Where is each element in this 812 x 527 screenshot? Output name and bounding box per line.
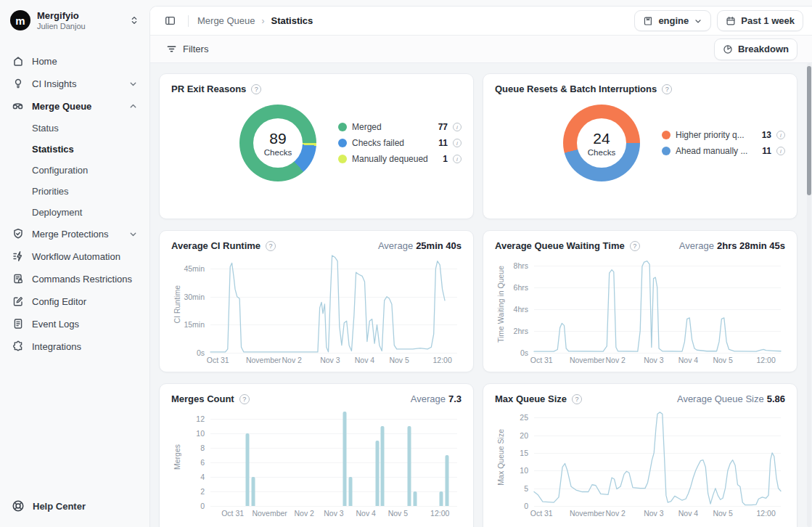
sidebar-item-label: Workflow Automation [32, 251, 138, 262]
sidebar-item-workflow-automation[interactable]: Workflow Automation [6, 245, 144, 268]
donut-center: 89 Checks [253, 118, 303, 168]
sidebar-item-label: CI Insights [32, 78, 120, 89]
legend-value: 11 [438, 138, 448, 148]
bar-value[interactable] [407, 426, 411, 506]
card-title: Merges Count [171, 393, 234, 404]
sidebar-item-configuration[interactable]: Configuration [6, 160, 144, 181]
help-icon[interactable] [572, 394, 582, 404]
bar-value[interactable] [413, 491, 417, 506]
gridline [210, 353, 457, 354]
y-tick-label: 8hrs [514, 261, 528, 270]
x-tick-label: Nov 2 [294, 509, 313, 518]
bar-value[interactable] [445, 455, 448, 506]
home-icon [12, 55, 24, 68]
document-list-icon [12, 318, 24, 330]
sidebar-item-event-logs[interactable]: Event Logs [6, 313, 144, 335]
bar-value[interactable] [343, 412, 347, 506]
info-icon[interactable] [776, 131, 785, 139]
x-tick-label: November [246, 356, 281, 364]
gridline [534, 353, 781, 354]
legend-color-dot [662, 147, 670, 155]
scrollbar[interactable] [807, 63, 811, 527]
bar-value[interactable] [349, 477, 353, 506]
time-range-button[interactable]: Past 1 week [717, 10, 803, 31]
breadcrumb-parent[interactable]: Merge Queue [197, 15, 255, 26]
x-axis: Oct 31NovemberNov 2Nov 3Nov 4Nov 512:00 [210, 354, 457, 364]
legend-item[interactable]: Manually dequeued 1 [338, 154, 462, 164]
y-tick-label: 0s [520, 348, 528, 357]
help-center-link[interactable]: Help Center [6, 495, 144, 517]
bar-value[interactable] [246, 433, 250, 506]
donut-center: 24 Checks [577, 118, 626, 168]
sidebar-item-home[interactable]: Home [6, 50, 144, 73]
legend-item[interactable]: Merged 77 [338, 122, 462, 132]
legend-item[interactable]: Higher priority q... 13 [662, 130, 785, 140]
zap-icon [12, 250, 24, 263]
sidebar-item-config-editor[interactable]: Config Editor [6, 290, 144, 313]
y-tick-label: 10 [520, 466, 528, 475]
average-stat: Average25min 40s [378, 240, 462, 251]
sidebar-item-status[interactable]: Status [6, 118, 144, 139]
org-switcher[interactable]: m Mergifyio Julien Danjou [6, 7, 144, 34]
card-header: Merges Count Average7.3 [171, 393, 462, 404]
x-tick-label: November [570, 356, 604, 364]
repo-selector-button[interactable]: engine [634, 10, 711, 31]
average-value: 2hrs 28min 45s [717, 240, 785, 251]
bar-chart[interactable]: Merges 121086420 Oct 31NovemberNov 2Nov … [171, 409, 462, 518]
scrollbar-thumb[interactable] [807, 66, 811, 195]
bar-value[interactable] [375, 441, 379, 506]
sidebar-item-deployment[interactable]: Deployment [6, 202, 144, 223]
sidebar-item-commands-restrictions[interactable]: Commands Restrictions [6, 268, 144, 290]
average-value: 25min 40s [416, 240, 462, 251]
average-stat: Average7.3 [411, 393, 462, 404]
y-axis: 2520151050 [506, 409, 534, 506]
breadcrumb-separator: › [262, 16, 265, 26]
sidebar-item-label: Integrations [32, 341, 138, 352]
line-chart[interactable]: CI Runtime 45min30min15min0s Oct 31Novem… [171, 256, 462, 364]
line-series [534, 412, 781, 505]
bar-value[interactable] [251, 477, 255, 506]
help-icon[interactable] [251, 84, 261, 94]
sidebar-item-ci-insights[interactable]: CI Insights [6, 73, 144, 95]
legend-item[interactable]: Checks failed 11 [338, 138, 462, 148]
legend-color-dot [338, 123, 347, 131]
card-title: Max Queue Size [495, 393, 567, 404]
y-tick-label: 8 [200, 444, 205, 452]
breakdown-button[interactable]: Breakdown [714, 38, 797, 60]
sidebar-item-merge-protections[interactable]: Merge Protections [6, 223, 144, 245]
sidebar-item-statistics[interactable]: Statistics [6, 139, 144, 160]
gridline [210, 506, 457, 507]
x-tick-label: Nov 2 [605, 356, 625, 364]
line-chart[interactable]: Max Queue Size 2520151050 Oct 31November… [495, 409, 785, 518]
filters-button[interactable]: Filters [160, 41, 214, 57]
bar-value[interactable] [439, 491, 443, 506]
donut-chart[interactable]: 89 Checks [239, 105, 316, 181]
help-icon[interactable] [630, 241, 640, 251]
y-axis-title: Max Queue Size [495, 409, 506, 506]
help-icon[interactable] [662, 84, 672, 94]
legend-item[interactable]: Ahead manually ... 11 [662, 146, 785, 156]
sidebar-item-priorities[interactable]: Priorities [6, 181, 144, 202]
x-axis: Oct 31NovemberNov 2Nov 3Nov 4Nov 512:00 [210, 507, 457, 518]
line-chart[interactable]: Time Waiting in Queue 8hrs6hrs4hrs2hrs0s… [495, 256, 785, 364]
bar-value[interactable] [381, 426, 385, 506]
filters-label: Filters [183, 44, 208, 54]
help-icon[interactable] [239, 394, 250, 404]
top-bar: Merge Queue › Statistics engine Past 1 w… [150, 7, 812, 36]
x-tick-label: Oct 31 [530, 356, 553, 364]
info-icon[interactable] [453, 139, 462, 147]
info-icon[interactable] [776, 147, 785, 155]
x-tick-label: 12:00 [756, 356, 775, 364]
x-tick-label: Nov 5 [389, 356, 409, 364]
life-buoy-icon [12, 499, 25, 512]
sidebar-item-merge-queue[interactable]: Merge Queue [6, 95, 144, 118]
y-tick-label: 0s [197, 348, 205, 357]
sidebar-item-label: Commands Restrictions [32, 274, 138, 285]
info-icon[interactable] [453, 155, 462, 163]
info-icon[interactable] [453, 123, 462, 131]
sidebar-toggle-button[interactable] [160, 12, 179, 30]
average-stat: Average2hrs 28min 45s [679, 240, 785, 251]
donut-chart[interactable]: 24 Checks [563, 105, 640, 181]
help-icon[interactable] [266, 241, 276, 251]
sidebar-item-integrations[interactable]: Integrations [6, 335, 144, 358]
